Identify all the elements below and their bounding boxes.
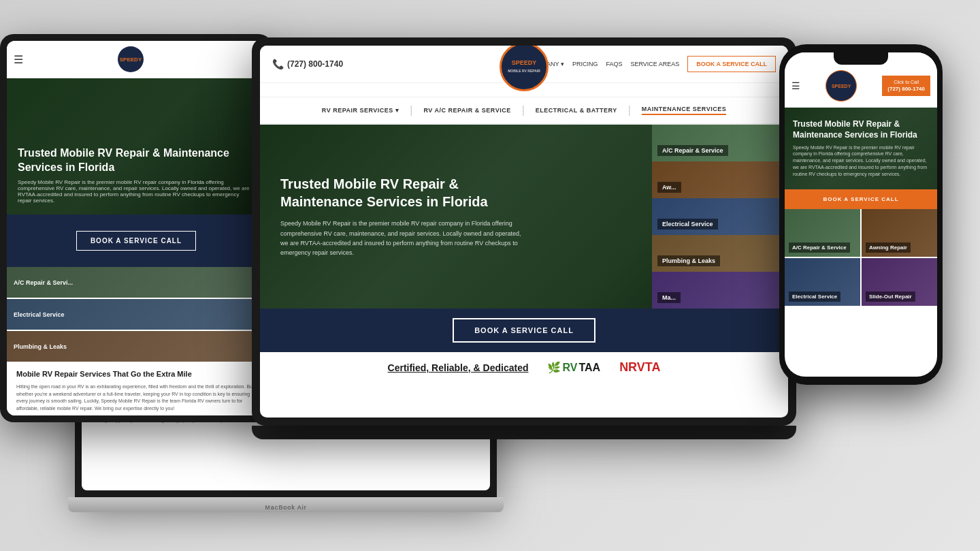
- tab-nav-menu: COMPANY ▾ PRICING FAQS SERVICE AREAS BOO…: [529, 56, 776, 72]
- hamburger-icon-st[interactable]: ☰: [14, 53, 23, 66]
- service-item-elec-st[interactable]: Electrical Service: [7, 299, 265, 330]
- subnav-rv-repair[interactable]: RV REPAIR SERVICES ▾: [322, 107, 399, 114]
- nav-faqs[interactable]: FAQS: [606, 61, 622, 67]
- phone-icon-tab: 📞: [272, 59, 284, 69]
- subnav-divider2: |: [522, 104, 525, 116]
- phone-logo: SPEEDY: [826, 70, 857, 101]
- phone-service-ac-label: A/C Repair & Service: [789, 242, 850, 253]
- phone-service-el-label: Electrical Service: [789, 292, 840, 302]
- sidebar-plumb-label: Plumbing & Leaks: [657, 255, 720, 266]
- main-tablet-cta-bar: BOOK A SERVICE CALL: [260, 309, 788, 352]
- phone-service-el[interactable]: Electrical Service: [785, 258, 860, 306]
- nav-service-areas[interactable]: SERVICE AREAS: [630, 61, 679, 67]
- subnav-electrical[interactable]: ELECTRICAL & BATTERY: [536, 107, 617, 114]
- phone-number: (727) 800-1740: [887, 85, 925, 93]
- phone-frame: ☰ SPEEDY Click to Call (727) 800-1740 Tr…: [779, 44, 943, 385]
- small-tablet-section-title: Mobile RV Repair Services That Go the Ex…: [16, 370, 256, 378]
- small-tablet-hero: Trusted Mobile RV Repair & Maintenance S…: [7, 78, 265, 215]
- main-tablet-cta-btn[interactable]: BOOK A SERVICE CALL: [453, 318, 595, 343]
- small-tablet-section: Mobile RV Repair Services That Go the Ex…: [7, 362, 265, 415]
- sidebar-ac[interactable]: A/C Repair & Service: [652, 125, 788, 161]
- phone-hero-desc: Speedy Mobile RV Repair is the premier m…: [793, 144, 929, 178]
- phone-service-sl-label: Slide-Out Repair: [866, 292, 915, 302]
- service-item-plumb-st[interactable]: Plumbing & Leaks: [7, 331, 265, 362]
- sidebar-aw[interactable]: Aw...: [652, 161, 788, 198]
- phone-service-aw-label: Awning Repair: [866, 242, 911, 253]
- small-tablet-screen: ☰ SPEEDY Trusted Mobile RV Repair & Main…: [7, 41, 265, 415]
- phone-service-aw[interactable]: Awning Repair: [862, 209, 937, 257]
- phone-service-ac[interactable]: A/C Repair & Service: [785, 209, 860, 257]
- service-label-ac-st: A/C Repair & Servi...: [14, 279, 73, 286]
- service-item-ac-st[interactable]: A/C Repair & Servi...: [7, 267, 265, 298]
- subnav-divider1: |: [410, 104, 412, 116]
- rvtaa-text2: TAA: [578, 362, 600, 374]
- phone-service-sl[interactable]: Slide-Out Repair: [862, 258, 937, 306]
- small-tablet-cta-bar: BOOK A SERVICE CALL: [7, 215, 265, 267]
- logo-tab: SPEEDYMOBILE RV REPAIR: [500, 46, 549, 91]
- logo-st: SPEEDY: [118, 46, 144, 72]
- main-tablet-hero-wrapper: Trusted Mobile RV Repair & Maintenance S…: [260, 125, 788, 309]
- subnav-ac[interactable]: RV A/C REPAIR & SERVICE: [423, 107, 510, 114]
- main-tablet-screen: 📞 (727) 800-1740 SPEEDYMOBILE RV REPAIR …: [260, 46, 788, 418]
- main-tablet-frame: 📞 (727) 800-1740 SPEEDYMOBILE RV REPAIR …: [252, 37, 796, 426]
- certif-bar: Certified, Reliable, & Dedicated 🌿 RV TA…: [260, 352, 788, 383]
- phone-notch: [834, 52, 888, 65]
- small-tablet-hero-desc: Speedy Mobile RV Repair is the premier m…: [18, 179, 255, 204]
- macbook-base: MacBook Air: [68, 497, 504, 512]
- main-tablet-subnav: RV REPAIR SERVICES ▾ | RV A/C REPAIR & S…: [260, 97, 788, 125]
- small-tablet-device: ☰ SPEEDY Trusted Mobile RV Repair & Main…: [0, 34, 286, 436]
- tablet-phone-group: 📞 (727) 800-1740: [272, 59, 343, 69]
- sidebar-elec-label: Electrical Service: [657, 219, 718, 230]
- small-tablet-hero-title: Trusted Mobile RV Repair & Maintenance S…: [18, 146, 255, 175]
- rvtaa-logo: 🌿 RV TAA: [547, 361, 600, 374]
- rvtaa-text: RV: [562, 362, 577, 374]
- main-tablet-nav: 📞 (727) 800-1740 SPEEDYMOBILE RV REPAIR …: [260, 46, 788, 83]
- phone-screen: ☰ SPEEDY Click to Call (727) 800-1740 Tr…: [785, 52, 937, 377]
- sidebar-aw-label: Aw...: [657, 182, 681, 193]
- services-sidebar: A/C Repair & Service Aw... Electrical Se…: [652, 125, 788, 309]
- service-label-elec-st: Electrical Service: [14, 311, 65, 318]
- tablet-base: [252, 426, 796, 439]
- tab-hero-desc: Speedy Mobile RV Repair is the premier m…: [280, 219, 525, 258]
- small-tablet-nav: ☰ SPEEDY: [7, 41, 265, 78]
- subnav-divider3: |: [628, 104, 631, 116]
- sidebar-maint[interactable]: Ma...: [652, 272, 788, 309]
- logo-text-tab: SPEEDYMOBILE RV REPAIR: [508, 59, 540, 74]
- phone-cta-label: Click to Call: [887, 79, 925, 86]
- certif-text: Certified, Reliable, & Dedicated: [388, 362, 529, 373]
- small-tablet-services: A/C Repair & Servi... Electrical Service…: [7, 267, 265, 362]
- nrvta-text: NRVTA: [619, 360, 660, 375]
- nav-pricing[interactable]: PRICING: [572, 61, 598, 67]
- sidebar-ac-label: A/C Repair & Service: [657, 145, 728, 156]
- phone-logo-text: SPEEDY: [832, 84, 851, 89]
- sidebar-maint-label: Ma...: [657, 292, 681, 303]
- sidebar-elec[interactable]: Electrical Service: [652, 198, 788, 235]
- tab-book-btn[interactable]: BOOK A SERVICE CALL: [687, 56, 776, 72]
- phone-hero: Trusted Mobile RV Repair & Maintenance S…: [785, 108, 937, 189]
- phone-hero-title: Trusted Mobile RV Repair & Maintenance S…: [793, 119, 929, 140]
- small-tablet-cta-btn[interactable]: BOOK A SERVICE CALL: [76, 231, 196, 251]
- subnav-maintenance[interactable]: MAINTENANCE SERVICES: [642, 106, 726, 115]
- phone-services: A/C Repair & Service Awning Repair Elect…: [785, 209, 937, 306]
- macbook-label: MacBook Air: [265, 504, 307, 511]
- small-tablet-section-text: Hitting the open road in your RV is an e…: [16, 383, 256, 412]
- tab-hero-title: Trusted Mobile RV Repair & Maintenance S…: [280, 175, 532, 210]
- scene: ☰ SPEEDY Trusted Mobile RV Repair & Main…: [0, 0, 980, 551]
- sidebar-plumb[interactable]: Plumbing & Leaks: [652, 235, 788, 272]
- hamburger-icon-phone[interactable]: ☰: [791, 80, 800, 91]
- logo-text-st: SPEEDY: [120, 57, 142, 63]
- tablet-phone: (727) 800-1740: [287, 59, 343, 69]
- service-label-plumb-st: Plumbing & Leaks: [14, 343, 67, 350]
- phone-cta-btn[interactable]: BOOK A SERVICE CALL: [785, 189, 937, 209]
- phone-click-to-call[interactable]: Click to Call (727) 800-1740: [882, 76, 930, 97]
- phone-device: ☰ SPEEDY Click to Call (727) 800-1740 Tr…: [779, 44, 943, 385]
- main-tablet-device: 📞 (727) 800-1740 SPEEDYMOBILE RV REPAIR …: [252, 37, 796, 439]
- small-tablet-frame: ☰ SPEEDY Trusted Mobile RV Repair & Main…: [0, 34, 272, 422]
